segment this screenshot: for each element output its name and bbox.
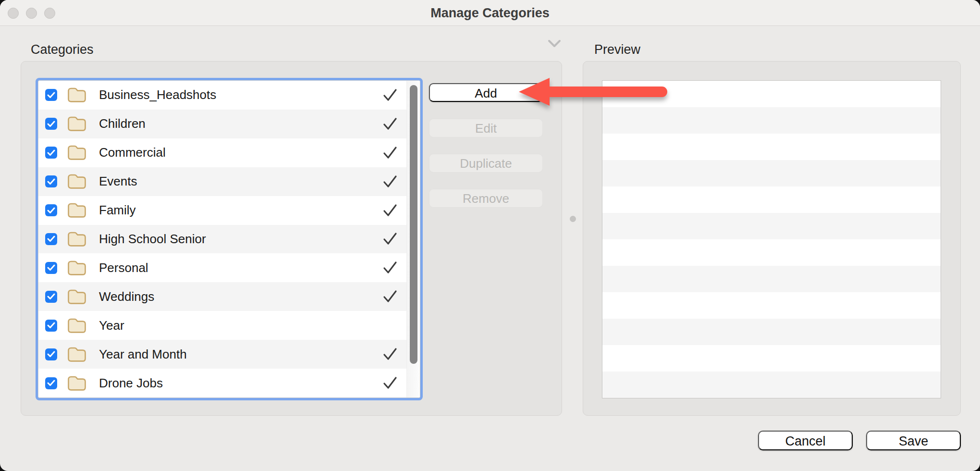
checked-checkbox-icon[interactable]	[45, 320, 57, 332]
preview-empty-row	[602, 345, 941, 372]
category-row[interactable]: Events	[38, 167, 420, 196]
checked-checkbox-icon[interactable]	[45, 348, 57, 360]
folder-icon	[67, 174, 86, 189]
checked-checkbox-icon[interactable]	[45, 147, 57, 159]
panel-divider-handle[interactable]	[570, 216, 576, 222]
category-name: Events	[99, 174, 137, 189]
checked-checkbox-icon[interactable]	[45, 89, 57, 101]
folder-icon	[67, 260, 86, 276]
category-name: Family	[99, 203, 136, 218]
preview-empty-row	[602, 213, 941, 239]
checkmark-icon	[383, 232, 397, 246]
checkmark-icon	[383, 347, 397, 361]
preview-section-label: Preview	[594, 42, 640, 57]
preview-empty-row	[602, 107, 941, 134]
preview-empty-row	[602, 319, 941, 345]
checkmark-icon	[383, 290, 397, 303]
category-name: Commercial	[99, 145, 166, 160]
checkmark-icon	[383, 261, 397, 274]
scrollbar-track[interactable]	[406, 81, 420, 397]
category-name: Business_Headshots	[99, 87, 216, 102]
checked-checkbox-icon[interactable]	[45, 204, 57, 216]
preview-list	[602, 80, 941, 398]
preview-empty-row	[602, 266, 941, 292]
cancel-button[interactable]: Cancel	[758, 431, 853, 450]
category-name: Children	[99, 116, 146, 131]
category-row[interactable]: Business_Headshots	[38, 81, 420, 110]
checked-checkbox-icon[interactable]	[45, 377, 57, 389]
folder-icon	[67, 202, 86, 218]
category-row[interactable]: Personal	[38, 253, 420, 282]
category-name: High School Senior	[99, 232, 206, 247]
save-button[interactable]: Save	[866, 431, 961, 450]
category-row[interactable]: High School Senior	[38, 225, 420, 254]
preview-panel	[583, 61, 961, 416]
category-row[interactable]: Drone Jobs	[38, 369, 420, 397]
category-row[interactable]: Year	[38, 311, 420, 340]
category-name: Weddings	[99, 289, 154, 304]
categories-section-label: Categories	[31, 42, 94, 57]
folder-icon	[67, 375, 86, 391]
category-row[interactable]: Children	[38, 110, 420, 138]
folder-icon	[67, 145, 86, 161]
chevron-down-icon[interactable]	[548, 38, 561, 49]
preview-empty-row	[602, 292, 941, 319]
checked-checkbox-icon[interactable]	[45, 233, 57, 245]
category-name: Drone Jobs	[99, 376, 163, 391]
add-button[interactable]: Add	[429, 83, 543, 102]
preview-empty-row	[602, 186, 941, 213]
preview-empty-row	[602, 134, 941, 160]
category-list[interactable]: Business_Headshots Children Commercial	[38, 80, 420, 398]
remove-button: Remove	[429, 189, 543, 208]
folder-icon	[67, 347, 86, 362]
preview-empty-row	[602, 372, 941, 398]
category-name: Year	[99, 318, 124, 333]
checked-checkbox-icon[interactable]	[45, 118, 57, 130]
edit-button: Edit	[429, 119, 543, 137]
preview-empty-row	[602, 81, 941, 107]
category-row[interactable]: Family	[38, 196, 420, 225]
title-bar: Manage Categories	[0, 0, 980, 26]
checked-checkbox-icon[interactable]	[45, 262, 57, 274]
folder-icon	[67, 231, 86, 247]
checkmark-icon	[383, 117, 397, 131]
folder-icon	[67, 116, 86, 132]
scrollbar-thumb[interactable]	[410, 85, 417, 364]
categories-panel: Business_Headshots Children Commercial	[21, 61, 562, 416]
checkmark-icon	[383, 204, 397, 217]
category-name: Personal	[99, 260, 148, 275]
category-name: Year and Month	[99, 347, 187, 362]
preview-empty-row	[602, 160, 941, 186]
checkmark-icon	[383, 376, 397, 390]
category-row[interactable]: Weddings	[38, 282, 420, 311]
checkmark-icon	[383, 175, 397, 188]
folder-icon	[67, 87, 86, 103]
window-title: Manage Categories	[0, 0, 980, 26]
folder-icon	[67, 289, 86, 305]
checkmark-icon	[383, 88, 397, 102]
folder-icon	[67, 318, 86, 334]
preview-empty-row	[602, 239, 941, 266]
category-row[interactable]: Year and Month	[38, 340, 420, 369]
checked-checkbox-icon[interactable]	[45, 175, 57, 187]
category-row[interactable]: Commercial	[38, 138, 420, 167]
checkmark-icon	[383, 146, 397, 160]
checked-checkbox-icon[interactable]	[45, 291, 57, 303]
duplicate-button: Duplicate	[429, 154, 543, 173]
manage-categories-dialog: Manage Categories Categories Preview Bus…	[0, 0, 980, 471]
